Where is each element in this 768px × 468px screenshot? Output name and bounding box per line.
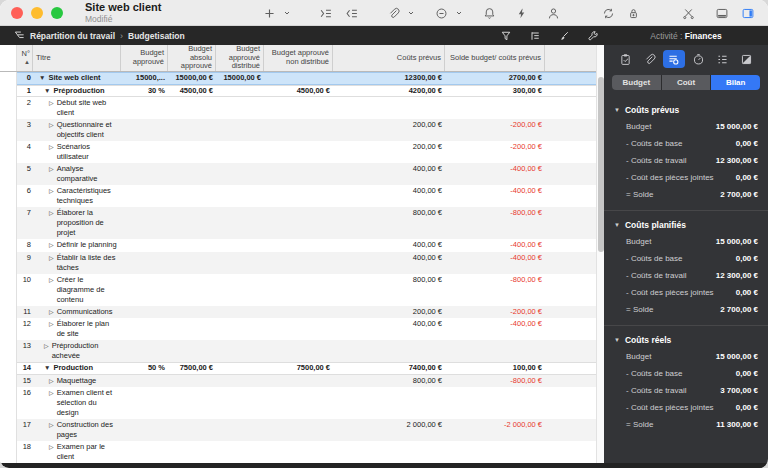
section-header[interactable]: ▼Coûts réels [604, 332, 768, 348]
expand-icon[interactable]: ▷ [49, 376, 54, 386]
settings-wrench-icon[interactable] [587, 26, 599, 46]
column-header-budget-distribue[interactable]: Budget approuvé distribué [216, 45, 264, 71]
outline-icon[interactable] [529, 26, 541, 46]
row-value [121, 97, 168, 119]
collapse-icon[interactable]: ▼ [614, 107, 620, 113]
table-row[interactable]: 13▷Préproduction achevée [0, 340, 604, 362]
notifications-icon[interactable] [480, 3, 499, 23]
sort-ascending-icon[interactable]: ▲ [20, 59, 30, 66]
collapse-icon[interactable]: ▼ [614, 222, 620, 228]
expand-icon[interactable]: ▷ [49, 319, 54, 329]
expand-icon[interactable]: ▷ [49, 442, 54, 452]
attachment-icon[interactable] [638, 50, 660, 68]
table-row[interactable]: 16▷Examen client et sélection du design [0, 387, 604, 419]
table-row[interactable]: 0▼Site web client15000,...15000,00 €1500… [0, 72, 604, 85]
cut-icon[interactable] [679, 3, 698, 23]
status-menu-chevron-icon[interactable] [452, 3, 466, 23]
clipboard-check-icon[interactable] [614, 50, 636, 68]
expand-icon[interactable]: ▷ [49, 120, 54, 130]
row-gutter [0, 340, 17, 362]
attachment-icon[interactable] [384, 3, 403, 23]
expand-icon[interactable]: ▷ [49, 208, 54, 218]
row-value [264, 441, 333, 463]
expand-icon[interactable]: ▷ [49, 420, 54, 430]
column-header-budget-non-distribue[interactable]: Budget approuvé non distribué [264, 45, 333, 71]
edit-note-icon[interactable] [736, 50, 758, 68]
expand-icon[interactable]: ▷ [44, 341, 49, 351]
expand-icon[interactable]: ▷ [49, 164, 54, 174]
table-row[interactable]: 4▷Scénarios utilisateur200,00 €-200,00 € [0, 141, 604, 163]
style-brush-icon[interactable] [558, 26, 570, 46]
scrollbar-thumb[interactable] [598, 77, 604, 252]
table-row[interactable]: 17▷Construction des pages2 000,00 €-2 00… [0, 419, 604, 441]
add-menu-chevron-icon[interactable] [280, 3, 294, 23]
finances-icon[interactable] [663, 50, 685, 68]
table-row[interactable]: 3▷Questionnaire et objectifs client200,0… [0, 119, 604, 141]
expand-icon[interactable]: ▷ [49, 307, 54, 317]
row-title-cell: ▷Élaborer la proposition de projet [33, 207, 121, 239]
close-button[interactable] [11, 7, 23, 19]
table-row[interactable]: 5▷Analyse comparative400,00 €-400,00 € [0, 163, 604, 185]
expand-icon[interactable]: ▷ [49, 275, 54, 285]
collapse-icon[interactable]: ▼ [44, 363, 50, 373]
zoom-button[interactable] [51, 7, 63, 19]
breadcrumb[interactable]: Répartition du travail › Budgetisation [14, 30, 185, 41]
table-row[interactable]: 1▼Préproduction30 %4500,00 €4500,00 €420… [0, 85, 604, 98]
row-number: 7 [17, 207, 33, 239]
vertical-scrollbar[interactable] [596, 45, 604, 468]
table-row[interactable]: 12▷Élaborer le plan de site400,00 €-400,… [0, 318, 604, 340]
row-value [264, 119, 333, 141]
table-row[interactable]: 18▷Examen par le client [0, 441, 604, 463]
breadcrumb-item-view[interactable]: Répartition du travail [30, 31, 115, 41]
status-icon[interactable] [432, 3, 451, 23]
collapse-icon[interactable]: ▼ [44, 86, 50, 96]
column-header-budget-absolu[interactable]: Budget absolu approuvé [168, 45, 216, 71]
expand-icon[interactable]: ▷ [49, 98, 54, 108]
tab-bilan[interactable]: Bilan [711, 75, 760, 90]
section-header[interactable]: ▼Coûts planifiés [604, 217, 768, 233]
table-row[interactable]: 15▷Maquettage800,00 €-800,00 € [0, 375, 604, 388]
breadcrumb-item-layout[interactable]: Budgetisation [128, 31, 185, 41]
section-header[interactable]: ▼Coûts prévus [604, 102, 768, 118]
add-icon[interactable] [260, 3, 279, 23]
expand-icon[interactable]: ▷ [49, 240, 54, 250]
column-header-number[interactable]: N° ▲ [17, 45, 33, 71]
column-header-title[interactable]: Titre [33, 45, 121, 71]
row-gutter [0, 274, 17, 306]
table-row[interactable]: 6▷Caractéristiques techniques400,00 €-40… [0, 185, 604, 207]
table-row[interactable]: 7▷Élaborer la proposition de projet800,0… [0, 207, 604, 239]
table-row[interactable]: 11▷Communications200,00 €-200,00 € [0, 306, 604, 319]
sync-icon[interactable] [599, 3, 618, 23]
collapse-icon[interactable]: ▼ [614, 337, 620, 343]
expand-icon[interactable]: ▷ [49, 388, 54, 398]
column-header-budget-approuve[interactable]: Budget approuvé [121, 45, 168, 71]
table-row[interactable]: 9▷Établir la liste des tâches400,00 €-40… [0, 252, 604, 274]
expand-icon[interactable]: ▷ [49, 253, 54, 263]
outdent-icon[interactable] [342, 3, 362, 23]
row-value: 400,00 € [333, 163, 445, 185]
expand-icon[interactable]: ▷ [49, 142, 54, 152]
tab-cout[interactable]: Coût [662, 75, 711, 90]
list-options-icon[interactable] [712, 50, 734, 68]
cost-value: 15 000,00 € [716, 122, 758, 131]
table-row[interactable]: 10▷Créer le diagramme de contenu800,00 €… [0, 274, 604, 306]
minimize-button[interactable] [31, 7, 43, 19]
filter-icon[interactable] [500, 26, 512, 46]
bottom-panel-icon[interactable] [712, 3, 732, 23]
column-header-solde[interactable]: Solde budget/ coûts prévus [445, 45, 545, 71]
indent-icon[interactable] [316, 3, 336, 23]
table-row[interactable]: 2▷Début site web client [0, 97, 604, 119]
cost-label: - Coût des pièces jointes [626, 173, 714, 182]
lock-icon[interactable] [624, 3, 643, 23]
actions-icon[interactable] [513, 3, 530, 23]
expand-icon[interactable]: ▷ [49, 186, 54, 196]
column-header-couts-prevus[interactable]: Coûts prévus [333, 45, 445, 71]
table-row[interactable]: 14▼Production50 %7500,00 €7500,00 €7400,… [0, 362, 604, 375]
right-panel-icon[interactable] [738, 3, 758, 23]
time-icon[interactable] [687, 50, 709, 68]
table-row[interactable]: 8▷Définir le planning400,00 €-400,00 € [0, 239, 604, 252]
collapse-icon[interactable]: ▼ [39, 73, 45, 83]
resources-icon[interactable] [544, 3, 563, 23]
attachment-menu-chevron-icon[interactable] [404, 3, 418, 23]
tab-budget[interactable]: Budget [612, 75, 661, 90]
